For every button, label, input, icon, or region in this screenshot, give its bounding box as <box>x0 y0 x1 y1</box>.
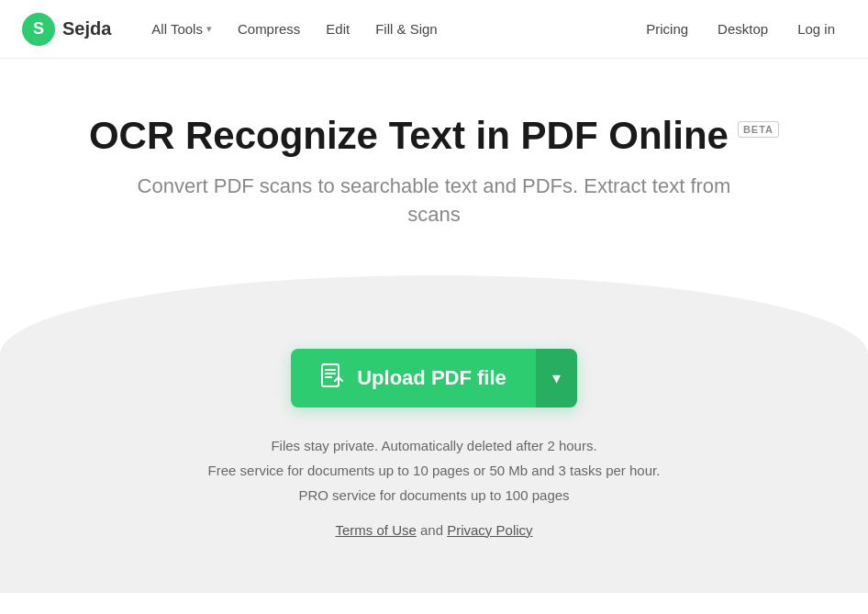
nav-compress[interactable]: Compress <box>227 14 311 44</box>
info-line-2: Free service for documents up to 10 page… <box>208 458 661 483</box>
navbar: S Sejda All Tools ▾ Compress Edit Fill &… <box>0 0 868 59</box>
page-title: OCR Recognize Text in PDF Online BETA <box>89 114 779 158</box>
nav-login[interactable]: Log in <box>786 14 846 44</box>
privacy-policy-link[interactable]: Privacy Policy <box>447 522 532 538</box>
nav-fill-sign[interactable]: Fill & Sign <box>364 14 449 44</box>
info-line-1: Files stay private. Automatically delete… <box>208 433 661 458</box>
svg-rect-0 <box>322 364 339 386</box>
terms-text: Terms of Use and Privacy Policy <box>335 522 532 538</box>
upload-dropdown-button[interactable]: ▾ <box>536 349 577 407</box>
beta-badge: BETA <box>738 121 779 138</box>
nav-edit[interactable]: Edit <box>315 14 361 44</box>
pdf-upload-icon <box>320 363 344 394</box>
logo-link[interactable]: S Sejda <box>22 13 111 46</box>
chevron-down-icon: ▾ <box>206 23 212 35</box>
logo-icon: S <box>22 13 55 46</box>
nav-all-tools[interactable]: All Tools ▾ <box>140 14 223 44</box>
upload-button-group: Upload PDF file ▾ <box>291 349 577 407</box>
upload-pdf-button[interactable]: Upload PDF file <box>291 349 536 407</box>
logo-text: Sejda <box>62 18 111 39</box>
info-line-3: PRO service for documents up to 100 page… <box>208 483 661 508</box>
page-subtitle: Convert PDF scans to searchable text and… <box>113 173 755 229</box>
nav-pricing[interactable]: Pricing <box>635 14 699 44</box>
chevron-down-icon: ▾ <box>552 368 561 388</box>
terms-of-use-link[interactable]: Terms of Use <box>335 522 416 538</box>
nav-desktop[interactable]: Desktop <box>707 14 779 44</box>
main-content: OCR Recognize Text in PDF Online BETA Co… <box>0 59 868 593</box>
nav-right: Pricing Desktop Log in <box>635 14 846 44</box>
info-text: Files stay private. Automatically delete… <box>208 433 661 508</box>
upload-section: Upload PDF file ▾ Files stay private. Au… <box>0 275 868 593</box>
nav-links: All Tools ▾ Compress Edit Fill & Sign <box>140 14 635 44</box>
